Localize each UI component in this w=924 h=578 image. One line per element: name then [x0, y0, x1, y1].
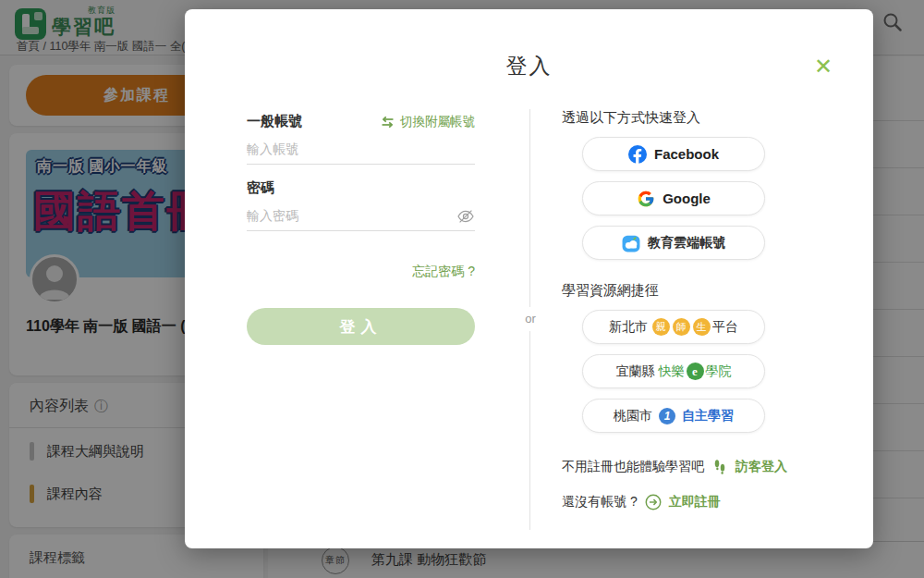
guest-login-row: 不用註冊也能體驗學習吧 訪客登入: [562, 459, 811, 475]
arrow-circle-icon: [645, 494, 662, 510]
forgot-password-link[interactable]: 忘記密碼 ?: [412, 264, 475, 278]
edu-cloud-icon: [622, 234, 640, 252]
account-label: 一般帳號: [247, 113, 302, 130]
shortcut-prefix: 宜蘭縣: [616, 363, 655, 380]
toggle-password-visibility-icon[interactable]: [456, 209, 475, 224]
provider-label: 教育雲端帳號: [648, 235, 725, 252]
badge-char: 師: [673, 318, 690, 336]
shortcut-suffix: 平台: [712, 319, 738, 336]
or-divider-label: or: [517, 307, 543, 331]
google-icon: [637, 190, 655, 208]
close-icon[interactable]: ✕: [814, 55, 833, 78]
login-form: 一般帳號 切換附屬帳號 密碼: [247, 113, 475, 345]
badge-char: 親: [652, 318, 670, 336]
facebook-login-button[interactable]: Facebook: [582, 137, 765, 171]
google-login-button[interactable]: Google: [582, 181, 765, 215]
shortcut-mid: 快樂: [659, 363, 685, 380]
swap-arrows-icon: [380, 116, 395, 129]
switch-affiliated-account-link[interactable]: 切換附屬帳號: [380, 114, 475, 130]
modal-title: 登入: [185, 52, 873, 80]
badge-char: 1: [659, 408, 675, 424]
provider-label: Facebook: [654, 146, 719, 162]
guest-login-link[interactable]: 訪客登入: [736, 459, 787, 475]
taoyuan-selflearning-button[interactable]: 桃園市 1 自主學習: [582, 399, 765, 433]
account-input[interactable]: [247, 130, 475, 165]
shortcut-suffix: 自主學習: [682, 408, 734, 424]
ntpc-platform-button[interactable]: 新北市 親 師 生 平台: [582, 310, 765, 344]
guest-text: 不用註冊也能體驗學習吧: [562, 459, 704, 475]
edu-cloud-login-button[interactable]: 教育雲端帳號: [582, 226, 765, 260]
shortcut-suffix: 學院: [706, 363, 732, 380]
password-input[interactable]: [247, 197, 475, 231]
register-text: 還沒有帳號 ?: [562, 494, 638, 510]
footprints-icon: [711, 459, 728, 475]
quick-login-section: 透過以下方式快速登入 Facebook Google: [562, 109, 811, 510]
quick-login-header: 透過以下方式快速登入: [562, 109, 811, 127]
register-link[interactable]: 立即註冊: [669, 494, 721, 510]
register-row: 還沒有帳號 ? 立即註冊: [562, 494, 811, 510]
login-modal: 登入 ✕ 一般帳號 切換附屬帳號 密碼: [185, 9, 873, 548]
switch-link-label: 切換附屬帳號: [400, 114, 475, 130]
badge-char: 生: [693, 318, 711, 336]
provider-label: Google: [663, 191, 711, 206]
badge-char: e: [687, 363, 704, 380]
screen: 教育版 學習吧 首頁 / 110學年 南一版 國語一 全(首冊) 參加課程 南一…: [0, 0, 924, 578]
facebook-icon: [628, 145, 647, 164]
login-submit-button[interactable]: 登入: [247, 308, 475, 345]
shortcut-prefix: 桃園市: [614, 408, 652, 424]
password-label: 密碼: [247, 179, 475, 197]
shortcut-prefix: 新北市: [609, 319, 648, 336]
resource-shortcuts-header: 學習資源網捷徑: [562, 282, 811, 300]
yilan-elearning-button[interactable]: 宜蘭縣 快樂 e 學院: [582, 354, 765, 388]
